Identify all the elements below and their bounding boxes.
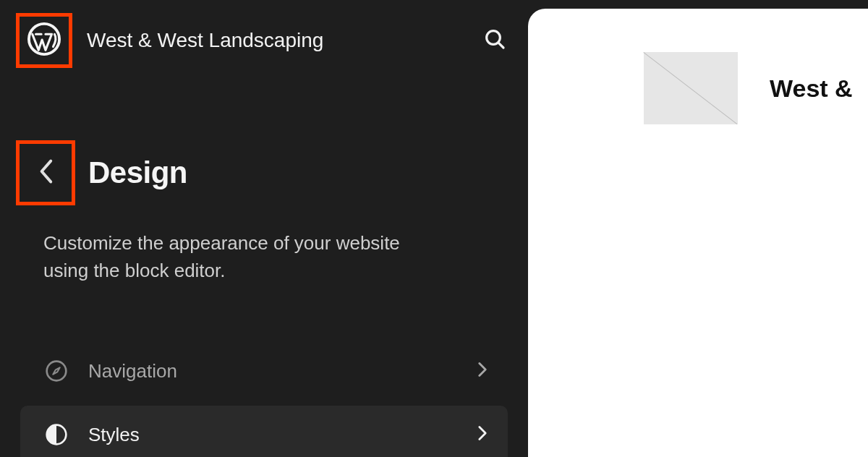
- search-icon: [483, 27, 506, 54]
- wordpress-logo-button[interactable]: [16, 13, 72, 68]
- editor-sidebar: West & West Landscaping Design Customize…: [0, 0, 528, 457]
- svg-point-3: [47, 362, 67, 381]
- design-menu: Navigation Styles: [0, 342, 528, 457]
- site-title: West & West Landscaping: [87, 29, 479, 52]
- chevron-right-icon: [477, 424, 488, 445]
- image-placeholder-icon: [644, 52, 738, 124]
- chevron-right-icon: [477, 361, 488, 381]
- menu-item-styles[interactable]: Styles: [20, 406, 508, 457]
- section-description: Customize the appearance of your website…: [0, 205, 492, 284]
- compass-icon: [45, 359, 68, 383]
- menu-item-navigation[interactable]: Navigation: [20, 342, 508, 400]
- menu-item-label: Navigation: [88, 360, 477, 383]
- section-title: Design: [88, 155, 187, 190]
- section-header: Design: [0, 140, 528, 205]
- sidebar-topbar: West & West Landscaping: [0, 13, 528, 68]
- preview-site-title: West &: [770, 74, 853, 103]
- svg-line-2: [498, 43, 503, 48]
- chevron-left-icon: [38, 158, 54, 187]
- back-button[interactable]: [16, 140, 75, 205]
- contrast-icon: [45, 423, 68, 446]
- menu-item-label: Styles: [88, 424, 477, 446]
- search-button[interactable]: [479, 25, 511, 56]
- preview-header: West &: [644, 52, 853, 124]
- wordpress-icon: [27, 22, 61, 59]
- site-preview-panel[interactable]: West &: [528, 9, 868, 457]
